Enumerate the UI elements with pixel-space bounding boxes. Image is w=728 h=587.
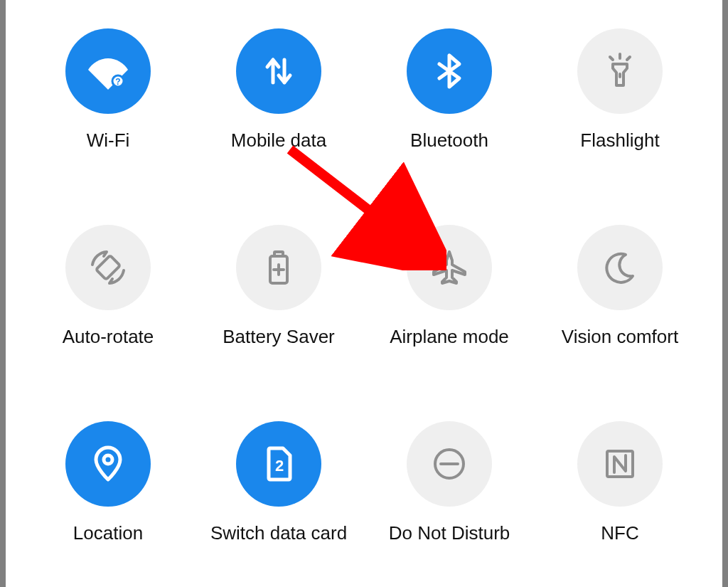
tile-auto-rotate[interactable]: Auto-rotate <box>23 225 193 348</box>
tile-vision-comfort[interactable]: Vision comfort <box>535 225 705 348</box>
tile-switch-data-card[interactable]: 2 Switch data card <box>193 421 364 544</box>
tile-mobile-data[interactable]: Mobile data <box>193 28 364 152</box>
tile-label: Switch data card <box>193 522 364 544</box>
tile-airplane-mode[interactable]: Airplane mode <box>364 225 535 348</box>
tile-do-not-disturb[interactable]: Do Not Disturb <box>364 421 535 544</box>
tile-battery-saver[interactable]: Battery Saver <box>193 225 364 348</box>
dnd-icon <box>407 421 492 507</box>
tile-label: Wi-Fi <box>23 129 193 152</box>
tile-label: Mobile data <box>193 129 364 152</box>
battery-plus-icon <box>236 225 321 310</box>
tile-flashlight[interactable]: Flashlight <box>535 28 705 152</box>
sim-badge: 2 <box>275 457 284 475</box>
rotate-icon <box>65 225 151 310</box>
svg-line-4 <box>610 57 613 60</box>
moon-icon <box>577 225 663 310</box>
bluetooth-icon <box>407 28 492 114</box>
tile-label: Battery Saver <box>193 326 364 348</box>
tile-label: Flashlight <box>535 129 705 152</box>
tile-label: Bluetooth <box>364 129 535 152</box>
tile-label: NFC <box>535 522 705 544</box>
tile-label: Do Not Disturb <box>364 522 535 544</box>
svg-text:?: ? <box>115 77 120 87</box>
tile-location[interactable]: Location <box>23 421 193 544</box>
nfc-icon <box>577 421 663 507</box>
data-arrows-icon <box>236 28 321 114</box>
tile-label: Auto-rotate <box>23 326 193 348</box>
location-pin-icon <box>65 421 151 507</box>
svg-line-5 <box>627 57 630 60</box>
tile-bluetooth[interactable]: Bluetooth <box>364 28 535 152</box>
tile-nfc[interactable]: NFC <box>535 421 705 544</box>
svg-point-11 <box>104 455 112 464</box>
flashlight-icon <box>577 28 663 114</box>
quick-settings-grid: ? Wi-Fi Mobile data Bluetooth Flashlight <box>6 0 722 587</box>
tile-label: Vision comfort <box>535 326 705 348</box>
quick-settings-panel: ? Wi-Fi Mobile data Bluetooth Flashlight <box>6 0 722 587</box>
svg-rect-6 <box>96 255 120 280</box>
tile-label: Airplane mode <box>364 326 535 348</box>
svg-rect-8 <box>274 252 283 256</box>
airplane-icon <box>407 225 492 310</box>
tile-label: Location <box>23 522 193 544</box>
wifi-icon: ? <box>65 28 151 114</box>
tile-wifi[interactable]: ? Wi-Fi <box>23 28 193 152</box>
sim-card-icon: 2 <box>236 421 321 507</box>
